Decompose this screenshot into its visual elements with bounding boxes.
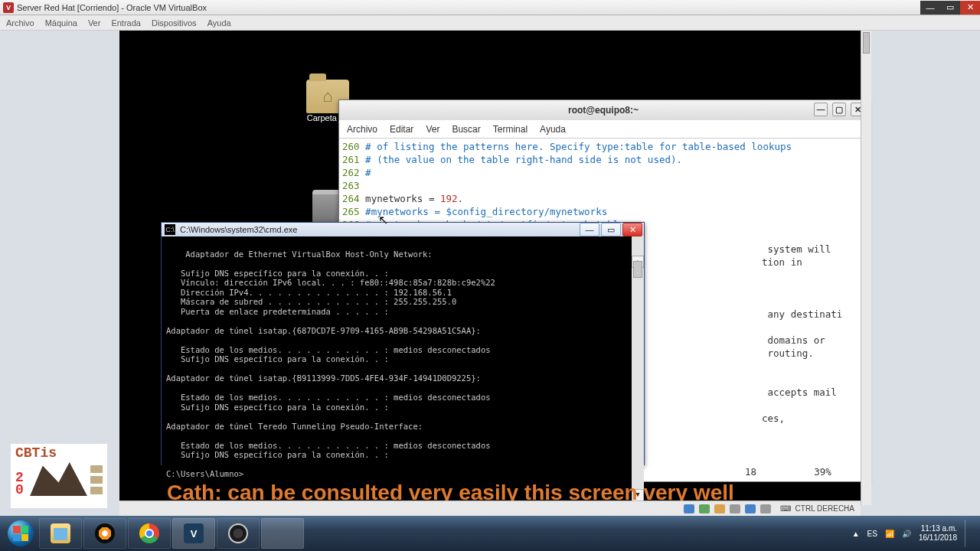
tray-volume-icon[interactable]: 🔊 (902, 530, 911, 538)
cmd-scrollbar[interactable]: ▲ ▼ (632, 236, 644, 501)
cmd-output: Adaptador de Ethernet VirtualBox Host-On… (166, 249, 495, 479)
gnome-terminal-titlebar[interactable]: root@equipo8:~ — ▢ ✕ (339, 100, 867, 120)
cmd-titlebar[interactable]: C:\ C:\Windows\system32\cmd.exe — ▭ ✕ (162, 223, 644, 236)
virtualbox-menubar: Archivo Máquina Ver Entrada Dispositivos… (0, 15, 980, 31)
show-desktop-button[interactable] (965, 520, 972, 547)
taskbar-explorer[interactable] (39, 518, 82, 549)
vb-status-usb-icon[interactable] (714, 504, 725, 514)
tray-flag-icon[interactable]: ▲ (852, 530, 860, 538)
virtualbox-icon: V (3, 2, 14, 13)
cmd-icon: C:\ (165, 224, 175, 235)
cbtis-label: CBTis (11, 444, 107, 462)
gterm-menu-archivo[interactable]: Archivo (347, 124, 377, 135)
vb-menu-ver[interactable]: Ver (88, 18, 101, 28)
vb-maximize-button[interactable]: ▭ (940, 1, 960, 15)
gterm-minimize-button[interactable]: — (814, 103, 828, 116)
cmd-body[interactable]: Adaptador de Ethernet VirtualBox Host-On… (162, 236, 644, 501)
vb-menu-maquina[interactable]: Máquina (45, 18, 77, 28)
taskbar-chrome[interactable] (128, 518, 171, 549)
cmd-window[interactable]: C:\ C:\Windows\system32\cmd.exe — ▭ ✕ Ad… (161, 222, 645, 465)
gterm-menu-buscar[interactable]: Buscar (452, 124, 480, 135)
vb-status-capture-icon[interactable] (760, 504, 771, 514)
taskbar-media-player[interactable] (83, 518, 126, 549)
vb-status-display-icon[interactable] (745, 504, 756, 514)
windows-taskbar: V C:\ ▲ ES 📶 🔊 11:13 a.m. 16/11/2018 (0, 516, 980, 551)
vb-status-hdd-icon[interactable] (684, 504, 694, 514)
guest-scrollbar[interactable] (861, 31, 871, 505)
taskbar-cmd[interactable]: C:\ (261, 518, 304, 549)
vb-status-shared-icon[interactable] (730, 504, 740, 514)
gterm-menu-terminal[interactable]: Terminal (493, 124, 528, 135)
cbtis-year-2: 0 (15, 484, 24, 496)
system-tray[interactable]: ▲ ES 📶 🔊 11:13 a.m. 16/11/2018 (852, 520, 977, 547)
tray-network-icon[interactable]: 📶 (885, 530, 894, 538)
tray-clock[interactable]: 11:13 a.m. 16/11/2018 (919, 524, 957, 543)
gterm-maximize-button[interactable]: ▢ (832, 103, 846, 116)
tray-lang[interactable]: ES (867, 530, 877, 538)
cmd-close-button[interactable]: ✕ (622, 223, 642, 236)
taskbar-virtualbox[interactable]: V (172, 518, 215, 549)
virtualbox-statusbar: ⌨ CTRL DERECHA (119, 500, 861, 516)
vb-status-net-icon[interactable] (699, 504, 710, 514)
cmd-minimize-button[interactable]: — (580, 223, 599, 236)
tray-date: 16/11/2018 (919, 533, 957, 543)
start-button[interactable] (3, 516, 38, 551)
vb-menu-dispositivos[interactable]: Dispositivos (152, 18, 197, 28)
vb-menu-entrada[interactable]: Entrada (111, 18, 141, 28)
vb-menu-archivo[interactable]: Archivo (6, 18, 34, 28)
vb-menu-ayuda[interactable]: Ayuda (207, 18, 231, 28)
gterm-menu-ayuda[interactable]: Ayuda (540, 124, 566, 135)
cmd-title-text: C:\Windows\system32\cmd.exe (180, 225, 297, 234)
gterm-menu-editar[interactable]: Editar (390, 124, 413, 135)
vb-host-key: CTRL DERECHA (795, 504, 854, 513)
gnome-terminal-menubar: Archivo Editar Ver Buscar Terminal Ayuda (339, 120, 867, 139)
vb-close-button[interactable]: ✕ (960, 1, 980, 15)
cmd-scroll-thumb[interactable] (633, 261, 642, 278)
cmd-maximize-button[interactable]: ▭ (601, 223, 621, 236)
taskbar-obs[interactable] (217, 518, 260, 549)
tray-time: 11:13 a.m. (919, 524, 957, 533)
virtualbox-titlebar: V Server Red Hat [Corriendo] - Oracle VM… (0, 0, 980, 15)
cbtis-logo: CBTis 2 0 (11, 444, 107, 508)
vb-minimize-button[interactable]: — (920, 1, 940, 15)
virtualbox-title: Server Red Hat [Corriendo] - Oracle VM V… (17, 3, 207, 12)
gterm-menu-ver[interactable]: Ver (426, 124, 439, 135)
gnome-terminal-title: root@equipo8:~ (568, 105, 639, 116)
